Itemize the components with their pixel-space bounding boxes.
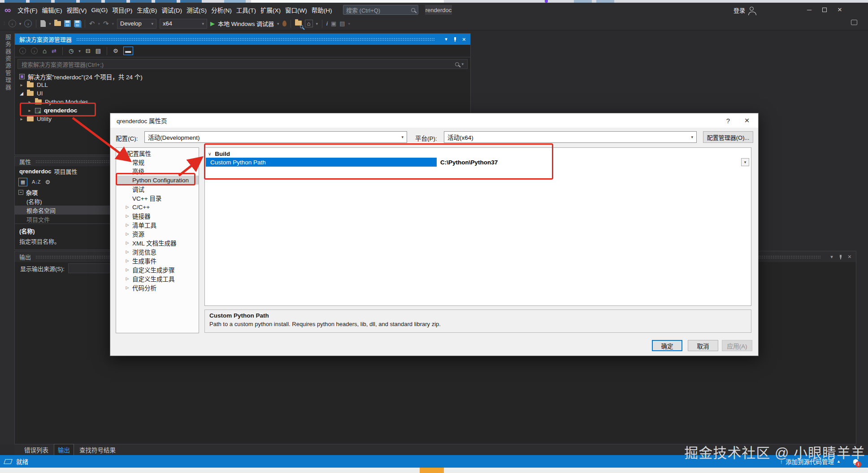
- dialog-help-icon[interactable]: ?: [721, 113, 735, 128]
- menu-help[interactable]: 帮助(H): [309, 3, 334, 17]
- menu-window[interactable]: 窗口(W): [283, 3, 309, 17]
- navigate-back-icon[interactable]: ‹: [9, 20, 16, 27]
- undo-icon[interactable]: ↶: [89, 20, 95, 28]
- chevron-collapsed-icon[interactable]: ▸: [27, 108, 32, 113]
- explorer-forward-icon[interactable]: ›: [31, 47, 38, 54]
- categorized-view-icon[interactable]: ▦: [18, 178, 27, 186]
- tree-item-solution[interactable]: 解决方案"renderdoc"(24 个项目，共 24 个): [15, 72, 470, 81]
- preview-selected-items-toggle[interactable]: ▬: [123, 47, 133, 55]
- save-all-icon[interactable]: [74, 20, 81, 27]
- ok-button[interactable]: 确定: [652, 340, 682, 351]
- tree-linker[interactable]: ▷链接器: [116, 211, 199, 220]
- property-pages-wrench-icon[interactable]: ⚙: [45, 179, 51, 185]
- close-button[interactable]: ×: [832, 3, 847, 17]
- menu-debug[interactable]: 调试(D): [159, 3, 184, 17]
- tree-item-python-modules[interactable]: ▸ Python Modules: [15, 98, 470, 106]
- close-panel-icon[interactable]: ×: [462, 36, 466, 43]
- filter-dropdown-icon[interactable]: ▾: [78, 49, 81, 53]
- value-dropdown-button[interactable]: ▾: [741, 158, 749, 166]
- navigate-forward-icon[interactable]: ›: [24, 20, 32, 27]
- new-project-icon[interactable]: [40, 20, 46, 27]
- pending-changes-filter-icon[interactable]: ◷: [69, 47, 74, 54]
- tree-xml-doc-generator[interactable]: ▷XML 文档生成器: [116, 238, 199, 247]
- tree-code-analysis[interactable]: ▷代码分析: [116, 283, 199, 292]
- tree-advanced[interactable]: 高级: [116, 167, 199, 176]
- background-tasks-icon[interactable]: [4, 459, 13, 464]
- panel-position-dropdown-icon[interactable]: ▾: [830, 254, 833, 260]
- maximize-button[interactable]: [817, 3, 832, 17]
- solution-platforms-dropdown[interactable]: x64▾: [160, 19, 207, 29]
- tree-config-properties[interactable]: ◢配置属性: [116, 149, 199, 158]
- menu-git[interactable]: Git(G): [89, 3, 110, 17]
- menu-edit[interactable]: 编辑(E): [40, 3, 65, 17]
- platform-dropdown[interactable]: 活动(x64) ▾: [444, 131, 697, 143]
- tree-build-events[interactable]: ▷生成事件: [116, 256, 199, 265]
- tree-resources[interactable]: ▷资源: [116, 229, 199, 238]
- explorer-home-icon[interactable]: ⌂: [43, 47, 47, 55]
- configuration-dropdown[interactable]: 活动(Development) ▾: [144, 131, 407, 143]
- grid-category-build[interactable]: ∨ Build: [205, 150, 230, 158]
- sync-with-active-document-icon[interactable]: ⇄: [52, 47, 56, 54]
- tab-error-list[interactable]: 错误列表: [21, 444, 52, 455]
- sign-in-person-icon[interactable]: [750, 7, 754, 11]
- tree-manifest-tool[interactable]: ▷清单工具: [116, 220, 199, 229]
- tree-vcpp-directories[interactable]: VC++ 目录: [116, 194, 199, 202]
- chevron-expanded-icon[interactable]: ◢: [19, 91, 24, 96]
- menu-tools[interactable]: 工具(T): [234, 3, 258, 17]
- home-dropdown-icon[interactable]: ▾: [316, 22, 318, 26]
- menu-file[interactable]: 文件(F): [15, 3, 39, 17]
- tab-find-symbol-results[interactable]: 查找符号结果: [76, 444, 119, 455]
- redo-dropdown-icon[interactable]: ▾: [112, 22, 114, 26]
- tree-custom-build-step[interactable]: ▷自定义生成步骤: [116, 265, 199, 274]
- quick-search-box[interactable]: 搜索 (Ctrl+Q): [343, 5, 418, 15]
- tree-item-dll[interactable]: ▸ DLL: [15, 81, 470, 89]
- new-dropdown-icon[interactable]: ▾: [49, 22, 51, 26]
- find-in-files-icon[interactable]: [295, 20, 302, 27]
- collapse-box-icon[interactable]: −: [18, 190, 23, 195]
- menu-view[interactable]: 视图(V): [65, 3, 89, 17]
- tab-output[interactable]: 输出: [54, 444, 74, 456]
- chevron-collapsed-icon[interactable]: ▸: [27, 99, 32, 104]
- dialog-close-icon[interactable]: ×: [740, 113, 754, 128]
- alphabetical-sort-icon[interactable]: A↓Z: [32, 179, 41, 185]
- solution-explorer-title-bar[interactable]: 解决方案资源管理器 ▾ ×: [15, 34, 470, 45]
- solution-explorer-search-box[interactable]: 搜索解决方案资源管理器(Ctrl+;) ▾: [17, 59, 468, 69]
- menu-analyze[interactable]: 分析(N): [209, 3, 234, 17]
- feedback-icon[interactable]: [851, 20, 857, 25]
- debug-target-dropdown-icon[interactable]: ▾: [277, 22, 279, 26]
- save-icon[interactable]: [64, 20, 71, 27]
- toolbar-grip[interactable]: ⁞: [4, 21, 5, 26]
- close-panel-icon[interactable]: ×: [848, 253, 851, 260]
- pin-icon[interactable]: [453, 37, 457, 41]
- grid-property-value[interactable]: C:\Python\Python37: [440, 158, 498, 167]
- wrench-icon[interactable]: ⚙: [113, 47, 118, 54]
- dialog-title-bar[interactable]: qrenderdoc 属性页: [110, 113, 758, 128]
- menu-build[interactable]: 生成(B): [135, 3, 159, 17]
- tree-python-configuration[interactable]: Python Configuration: [116, 176, 199, 185]
- hot-reload-icon[interactable]: [282, 21, 286, 26]
- tree-c-cpp[interactable]: ▷C/C++: [116, 202, 199, 211]
- pin-icon[interactable]: [838, 255, 842, 259]
- extensions-box-icon[interactable]: ▤: [339, 20, 345, 27]
- menu-test[interactable]: 测试(S): [184, 3, 209, 17]
- panel-position-dropdown-icon[interactable]: ▾: [445, 36, 447, 42]
- menu-project[interactable]: 项目(P): [110, 3, 135, 17]
- sign-in-link[interactable]: 登录: [733, 6, 745, 14]
- server-explorer-vertical-tab[interactable]: 服务器资源管理器: [4, 34, 12, 91]
- explorer-back-icon[interactable]: ‹: [19, 47, 26, 54]
- undo-dropdown-icon[interactable]: ▾: [98, 22, 100, 26]
- redo-icon[interactable]: ↷: [103, 20, 109, 28]
- tree-item-ui[interactable]: ◢ UI: [15, 89, 470, 98]
- tree-custom-build-tool[interactable]: ▷自定义生成工具: [116, 274, 199, 283]
- chevron-collapsed-icon[interactable]: ▸: [19, 82, 24, 87]
- menu-extensions[interactable]: 扩展(X): [258, 3, 283, 17]
- home-icon[interactable]: ⌂: [305, 20, 313, 27]
- start-debugging-icon[interactable]: ▶: [210, 20, 215, 27]
- collapse-all-icon[interactable]: ⊟: [86, 47, 91, 54]
- configuration-manager-button[interactable]: 配置管理器(O)...: [703, 131, 753, 143]
- properties-pages-icon[interactable]: ▤: [95, 47, 101, 54]
- chevron-collapsed-icon[interactable]: ▸: [19, 116, 24, 121]
- tree-debugging[interactable]: 调试: [116, 185, 199, 194]
- toolbox-icon[interactable]: ▣: [331, 20, 336, 27]
- minimize-button[interactable]: ─: [802, 3, 817, 17]
